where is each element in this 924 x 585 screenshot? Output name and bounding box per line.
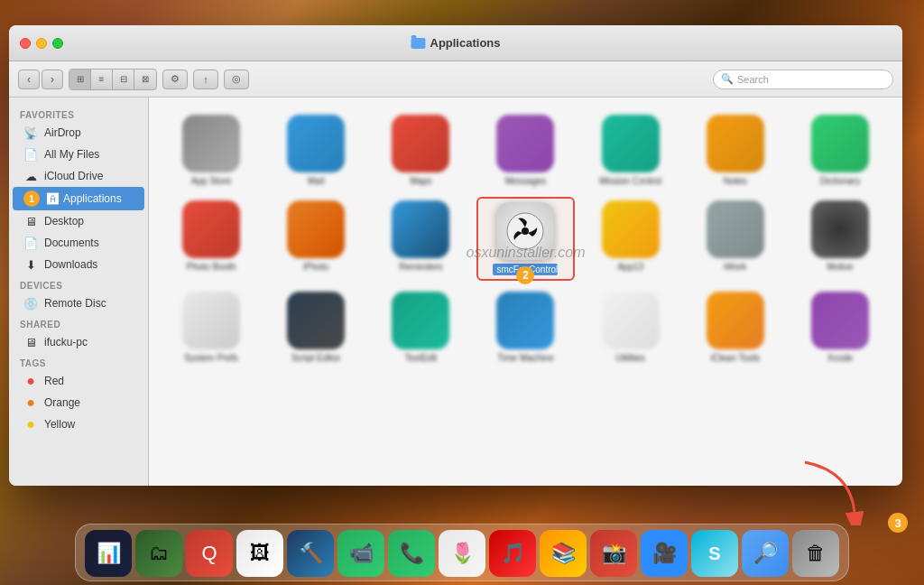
sidebar-item-network-pc[interactable]: 🖥 ifucku-pc bbox=[13, 331, 144, 353]
app-icon bbox=[182, 115, 240, 172]
app-item[interactable]: Mail bbox=[267, 111, 365, 190]
dock-item-finder2[interactable]: 🔎 bbox=[742, 530, 789, 577]
app-icon bbox=[707, 115, 764, 172]
share-button[interactable]: ↑ bbox=[193, 70, 218, 89]
dock-item-activity-monitor[interactable]: 📊 bbox=[85, 530, 132, 577]
sidebar-item-documents[interactable]: 📄 Documents bbox=[13, 232, 144, 254]
dock-item-widget[interactable]: 🗂 bbox=[135, 530, 182, 577]
tags-section-label: Tags bbox=[9, 353, 148, 370]
app-icon bbox=[811, 200, 869, 258]
search-box[interactable]: 🔍 Search bbox=[713, 70, 893, 89]
app-icon bbox=[392, 115, 449, 172]
icloud-drive-label: iCloud Drive bbox=[44, 170, 103, 182]
column-view-button[interactable]: ⊟ bbox=[113, 70, 134, 89]
sidebar-item-desktop[interactable]: 🖥 Desktop bbox=[13, 210, 144, 232]
icloud-drive-icon: ☁ bbox=[23, 169, 38, 183]
sidebar-item-tag-orange[interactable]: ● Orange bbox=[13, 392, 144, 413]
dock-item-photos2[interactable]: 🌷 bbox=[439, 530, 485, 577]
tag-red-icon: ● bbox=[23, 374, 38, 388]
search-placeholder: Search bbox=[737, 74, 769, 85]
finder-window: Applications ‹ › ⊞ ≡ ⊟ ⊠ ⚙ ↑ ◎ 🔍 Search … bbox=[9, 25, 902, 486]
app-icon bbox=[182, 200, 240, 258]
svg-point-1 bbox=[522, 228, 529, 235]
dock-item-quicklook[interactable]: Q bbox=[186, 530, 233, 577]
minimize-button[interactable] bbox=[36, 38, 47, 49]
sidebar-item-downloads[interactable]: ⬇ Downloads bbox=[13, 254, 144, 275]
app-item[interactable]: Notes bbox=[687, 111, 784, 190]
title-bar: Applications bbox=[9, 25, 902, 61]
smc-badge: 2 bbox=[516, 266, 534, 284]
list-view-button[interactable]: ≡ bbox=[91, 70, 113, 89]
app-item[interactable]: Mission Control bbox=[582, 111, 679, 190]
app-item[interactable]: Messages bbox=[476, 111, 574, 190]
app-icon bbox=[182, 292, 240, 349]
app-icon bbox=[811, 115, 869, 172]
nav-buttons: ‹ › bbox=[18, 70, 63, 89]
dock-item-facetime[interactable]: 📹 bbox=[337, 530, 384, 577]
close-button[interactable] bbox=[20, 38, 31, 49]
shared-section-label: Shared bbox=[9, 314, 148, 331]
app-label: Motive bbox=[827, 262, 853, 272]
coverflow-view-button[interactable]: ⊠ bbox=[134, 70, 156, 89]
fan-svg bbox=[505, 211, 545, 251]
sidebar-item-applications[interactable]: 1 🅰 Applications bbox=[13, 187, 144, 210]
applications-icon: 🅰 bbox=[45, 191, 60, 206]
app-label: iPhoto bbox=[303, 262, 328, 272]
app-item[interactable]: Utilities bbox=[582, 288, 679, 367]
dock-item-xcode[interactable]: 🔨 bbox=[287, 530, 334, 577]
network-pc-icon: 🖥 bbox=[23, 335, 38, 349]
dock-item-trash[interactable]: 🗑 bbox=[792, 530, 839, 577]
sidebar-item-tag-red[interactable]: ● Red bbox=[13, 370, 144, 392]
app-item[interactable]: Reminders bbox=[372, 197, 469, 281]
sidebar-item-remote-disc[interactable]: 💿 Remote Disc bbox=[13, 292, 144, 314]
app-label: System Prefs bbox=[184, 353, 237, 363]
dock-item-sketchup[interactable]: S bbox=[691, 530, 738, 577]
action-button[interactable]: ⚙ bbox=[162, 70, 188, 89]
dock-item-books[interactable]: 📚 bbox=[540, 530, 587, 577]
desktop-icon: 🖥 bbox=[23, 214, 38, 228]
app-icon bbox=[707, 200, 764, 258]
sidebar-item-all-my-files[interactable]: 📄 All My Files bbox=[13, 144, 144, 165]
app-icon bbox=[392, 200, 449, 258]
app-item[interactable]: Time Machine bbox=[476, 288, 574, 367]
tag-button[interactable]: ◎ bbox=[224, 70, 249, 89]
sidebar-item-tag-yellow[interactable]: ● Yellow bbox=[13, 413, 144, 435]
app-item[interactable]: TextEdit bbox=[372, 288, 469, 367]
tag-yellow-label: Yellow bbox=[44, 418, 75, 431]
app-item[interactable]: Script Editor bbox=[267, 288, 365, 367]
back-button[interactable]: ‹ bbox=[18, 70, 40, 89]
app-icon bbox=[287, 115, 345, 172]
icon-view-button[interactable]: ⊞ bbox=[69, 70, 91, 89]
app-item[interactable]: App13 bbox=[582, 197, 679, 281]
app-label: App Store bbox=[191, 176, 231, 186]
app-item[interactable]: Photo Booth bbox=[162, 197, 260, 281]
app-item[interactable]: App Store bbox=[162, 111, 260, 190]
forward-button[interactable]: › bbox=[42, 70, 63, 89]
dock: 📊 🗂 Q 🖼 🔨 📹 📞 🌷 🎵 📚 📸 🎥 S 🔎 🗑 bbox=[75, 524, 849, 581]
app-item[interactable]: Motive bbox=[791, 197, 889, 281]
toolbar: ‹ › ⊞ ≡ ⊟ ⊠ ⚙ ↑ ◎ 🔍 Search bbox=[9, 61, 902, 98]
maximize-button[interactable] bbox=[52, 38, 63, 49]
app-item[interactable]: Xcode bbox=[791, 288, 889, 367]
app-item[interactable]: Maps bbox=[372, 111, 469, 190]
arrow-svg bbox=[796, 453, 868, 525]
dock-item-photos-app[interactable]: 🖼 bbox=[236, 530, 283, 577]
app-item[interactable]: System Prefs bbox=[162, 288, 260, 367]
arrow-indicator bbox=[796, 453, 868, 529]
dock-item-music[interactable]: 🎵 bbox=[489, 530, 536, 577]
app-item[interactable]: iClean Tools bbox=[687, 288, 784, 367]
app-item[interactable]: Dictionary bbox=[791, 111, 889, 190]
remote-disc-label: Remote Disc bbox=[44, 297, 106, 310]
app-icon bbox=[602, 200, 660, 258]
sidebar-item-icloud-drive[interactable]: ☁ iCloud Drive bbox=[13, 165, 144, 187]
sidebar-item-airdrop[interactable]: 📡 AirDrop bbox=[13, 122, 144, 144]
smc-fan-control-item[interactable]: smcFanControl 2 bbox=[476, 197, 574, 281]
network-pc-label: ifucku-pc bbox=[44, 336, 88, 348]
app-item[interactable]: iWork bbox=[687, 197, 784, 281]
all-my-files-label: All My Files bbox=[44, 148, 99, 161]
dock-item-zoom[interactable]: 🎥 bbox=[641, 530, 688, 577]
dock-item-phone[interactable]: 📞 bbox=[388, 530, 435, 577]
app-item[interactable]: iPhoto bbox=[267, 197, 365, 281]
dock-item-photobooth[interactable]: 📸 bbox=[590, 530, 637, 577]
app-icon bbox=[287, 200, 345, 258]
